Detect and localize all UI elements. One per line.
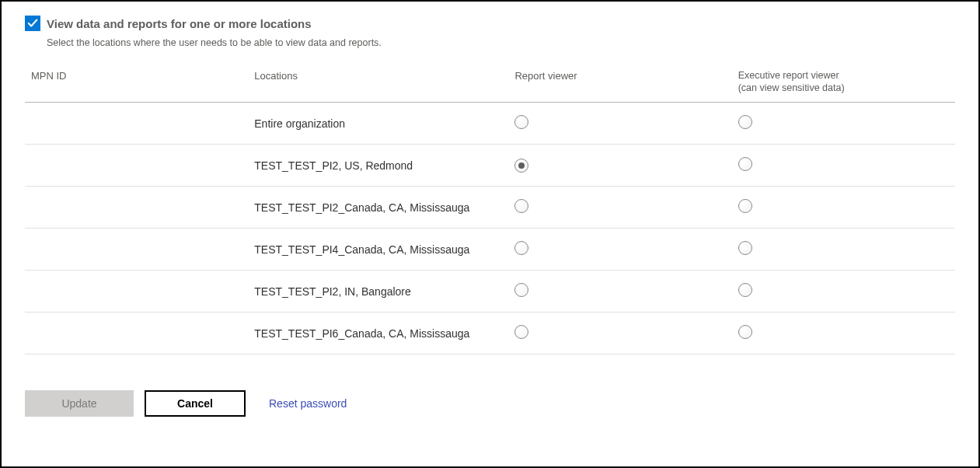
cell-report-viewer xyxy=(508,313,731,354)
cancel-button[interactable]: Cancel xyxy=(145,390,246,417)
cell-report-viewer xyxy=(508,229,731,271)
cell-mpn-id xyxy=(25,103,248,145)
col-header-exec-viewer-line1: Executive report viewer xyxy=(738,70,949,82)
col-header-locations: Locations xyxy=(248,62,508,103)
cell-report-viewer xyxy=(508,271,731,313)
cell-mpn-id xyxy=(25,229,248,271)
reset-password-link[interactable]: Reset password xyxy=(269,397,347,410)
exec-viewer-radio[interactable] xyxy=(738,325,752,339)
locations-table: MPN ID Locations Report viewer Executive… xyxy=(25,62,955,354)
report-viewer-radio[interactable] xyxy=(514,115,528,129)
section-description: Select the locations where the user need… xyxy=(47,37,955,48)
check-icon xyxy=(27,18,38,29)
table-row: Entire organization xyxy=(25,103,955,145)
cell-mpn-id xyxy=(25,313,248,354)
col-header-mpn-id: MPN ID xyxy=(25,62,248,103)
cell-location: TEST_TEST_PI2, US, Redmond xyxy=(248,145,508,187)
cell-location: TEST_TEST_PI2, IN, Bangalore xyxy=(248,271,508,313)
cell-mpn-id xyxy=(25,271,248,313)
cell-report-viewer xyxy=(508,187,731,229)
section-title: View data and reports for one or more lo… xyxy=(47,17,312,30)
cell-exec-viewer xyxy=(732,145,955,187)
col-header-exec-viewer-line2: (can view sensitive data) xyxy=(738,82,949,95)
table-row: TEST_TEST_PI6_Canada, CA, Mississauga xyxy=(25,313,955,354)
cell-report-viewer xyxy=(508,103,731,145)
cell-exec-viewer xyxy=(732,103,955,145)
table-row: TEST_TEST_PI4_Canada, CA, Mississauga xyxy=(25,229,955,271)
report-viewer-radio[interactable] xyxy=(514,241,528,255)
report-viewer-radio[interactable] xyxy=(514,199,528,213)
col-header-exec-viewer: Executive report viewer (can view sensit… xyxy=(732,62,955,103)
report-viewer-radio[interactable] xyxy=(514,283,528,297)
table-row: TEST_TEST_PI2_Canada, CA, Mississauga xyxy=(25,187,955,229)
exec-viewer-radio[interactable] xyxy=(738,283,752,297)
cell-location: TEST_TEST_PI2_Canada, CA, Mississauga xyxy=(248,187,508,229)
update-button[interactable]: Update xyxy=(25,390,134,417)
table-row: TEST_TEST_PI2, IN, Bangalore xyxy=(25,271,955,313)
exec-viewer-radio[interactable] xyxy=(738,115,752,129)
cell-mpn-id xyxy=(25,187,248,229)
cell-exec-viewer xyxy=(732,271,955,313)
radio-dot-icon xyxy=(518,162,525,169)
cell-location: TEST_TEST_PI4_Canada, CA, Mississauga xyxy=(248,229,508,271)
cell-report-viewer xyxy=(508,145,731,187)
report-viewer-radio[interactable] xyxy=(514,325,528,339)
exec-viewer-radio[interactable] xyxy=(738,241,752,255)
cell-location: TEST_TEST_PI6_Canada, CA, Mississauga xyxy=(248,313,508,354)
cell-mpn-id xyxy=(25,145,248,187)
report-viewer-radio[interactable] xyxy=(514,159,528,173)
cell-exec-viewer xyxy=(732,229,955,271)
table-row: TEST_TEST_PI2, US, Redmond xyxy=(25,145,955,187)
exec-viewer-radio[interactable] xyxy=(738,157,752,171)
view-data-checkbox[interactable] xyxy=(25,16,40,31)
cell-location: Entire organization xyxy=(248,103,508,145)
cell-exec-viewer xyxy=(732,187,955,229)
col-header-report-viewer: Report viewer xyxy=(508,62,731,103)
exec-viewer-radio[interactable] xyxy=(738,199,752,213)
cell-exec-viewer xyxy=(732,313,955,354)
